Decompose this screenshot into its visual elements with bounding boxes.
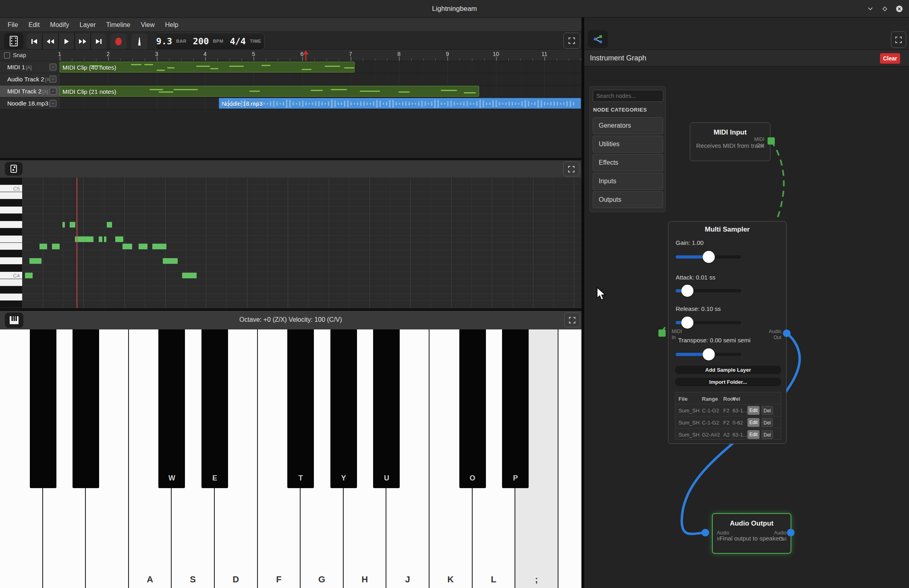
midi-note[interactable] (29, 258, 42, 264)
import-folder-button[interactable]: Import Folder... (675, 378, 781, 386)
category-effects[interactable]: Effects (593, 154, 663, 171)
output-audio-out-connector[interactable] (787, 529, 795, 536)
track-header-3[interactable]: MIDI Track 2[A]- (0, 85, 60, 97)
midi-note[interactable] (152, 244, 166, 249)
midi-out-connector[interactable] (768, 137, 775, 145)
track-lane[interactable]: MIDI Clip (21 notes) (60, 85, 581, 97)
clear-graph-button[interactable]: Clear (880, 53, 900, 64)
midi-clip[interactable]: MIDI Clip (21 notes) (60, 86, 479, 97)
mini-key-A#4[interactable] (0, 199, 22, 207)
track-mute-button[interactable]: - (50, 100, 56, 107)
snap-checkbox[interactable] (4, 52, 10, 58)
search-input[interactable] (593, 90, 663, 102)
midi-note[interactable] (115, 236, 123, 242)
menu-item-view[interactable]: View (135, 18, 160, 32)
midi-note[interactable] (122, 244, 132, 249)
sampler-midi-in-connector[interactable] (658, 329, 666, 337)
mini-key-F#4[interactable] (0, 228, 22, 236)
white-key-x13[interactable] (558, 329, 581, 588)
delete-sample-button[interactable]: Del (762, 418, 773, 427)
mini-key-C5[interactable]: C5 (0, 185, 22, 192)
mini-key-G#3[interactable] (0, 301, 22, 308)
play-button[interactable] (59, 33, 74, 50)
skip-end-button[interactable] (91, 33, 106, 50)
mini-key-D#4[interactable] (0, 250, 22, 257)
category-generators[interactable]: Generators (593, 117, 663, 134)
black-key-T[interactable]: T (287, 329, 314, 488)
track-mute-button[interactable]: - (50, 64, 56, 70)
fast-forward-button[interactable] (75, 33, 90, 50)
timeline-ruler[interactable]: Snap 1234567891011 (0, 49, 581, 61)
midi-note[interactable] (52, 244, 60, 249)
mini-key-C4[interactable]: C4 (0, 272, 22, 279)
rewind-button[interactable] (43, 33, 58, 50)
timeline-expand-button[interactable] (563, 33, 580, 49)
midi-clip[interactable]: MIDI Clip (40 notes) (60, 62, 355, 72)
playhead-marker[interactable] (303, 50, 309, 61)
graph-canvas[interactable]: NODE CATEGORIES GeneratorsUtilitiesEffec… (584, 66, 909, 588)
midi-note[interactable] (25, 273, 33, 278)
minimize-button[interactable] (865, 4, 875, 14)
record-button[interactable] (110, 33, 127, 50)
mini-key-A3[interactable] (0, 294, 22, 301)
mini-key-G#4[interactable] (0, 214, 22, 221)
track-header-1[interactable]: MIDI 1[A]- (0, 61, 60, 73)
edit-sample-button[interactable]: Edit (747, 430, 760, 439)
keyboard-expand-button[interactable] (564, 313, 580, 327)
black-key-U[interactable]: U (373, 329, 400, 488)
mini-key-F4[interactable] (0, 236, 22, 243)
category-inputs[interactable]: Inputs (593, 173, 663, 190)
piano-roll-grid[interactable]: C5C4 (0, 178, 581, 308)
mini-key-C#5[interactable] (0, 178, 22, 185)
midi-note[interactable] (70, 222, 75, 228)
track-mute-button[interactable]: - (50, 88, 56, 95)
midi-note[interactable] (163, 258, 178, 264)
black-key-W[interactable]: W (158, 329, 185, 488)
track-lane[interactable]: MIDI Clip (40 notes) (60, 61, 581, 73)
node-midi-input[interactable]: MIDI Input Receives MIDI from track MIDI… (690, 122, 770, 161)
edit-sample-button[interactable]: Edit (747, 406, 760, 415)
mini-key-A#3[interactable] (0, 286, 22, 294)
track-lane[interactable] (60, 73, 581, 85)
gain-slider[interactable] (676, 255, 741, 259)
track-header-4[interactable]: Noodle 18.mp3[A]- (0, 97, 60, 110)
menu-item-timeline[interactable]: Timeline (101, 18, 136, 32)
skip-start-button[interactable] (27, 33, 42, 50)
menu-item-layer[interactable]: Layer (74, 18, 101, 32)
delete-sample-button[interactable]: Del (762, 406, 773, 415)
close-button[interactable] (894, 4, 904, 14)
attack-slider-thumb[interactable] (681, 285, 693, 297)
black-key-x1[interactable] (73, 329, 99, 488)
midi-note[interactable] (182, 273, 197, 278)
graph-expand-button[interactable] (891, 31, 906, 48)
mini-key-G4[interactable] (0, 221, 22, 228)
attack-slider[interactable] (676, 289, 741, 292)
piano-roll-expand-button[interactable] (563, 161, 579, 176)
mini-key-C#4[interactable] (0, 265, 22, 272)
edit-sample-button[interactable]: Edit (747, 418, 760, 427)
piano-roll-panel-button[interactable] (5, 162, 23, 176)
black-key-E[interactable]: E (201, 329, 228, 488)
black-key-P[interactable]: P (502, 329, 529, 488)
menu-item-modify[interactable]: Modify (45, 18, 74, 32)
black-key-Y[interactable]: Y (330, 329, 357, 488)
transpose-slider-thumb[interactable] (703, 348, 715, 360)
midi-note[interactable] (75, 236, 93, 242)
metronome-button[interactable] (131, 33, 147, 50)
midi-note[interactable] (99, 236, 102, 242)
category-utilities[interactable]: Utilities (593, 136, 663, 153)
menu-item-help[interactable]: Help (160, 18, 184, 32)
transpose-slider[interactable] (676, 353, 741, 356)
delete-sample-button[interactable]: Del (762, 430, 773, 439)
category-outputs[interactable]: Outputs (593, 191, 663, 208)
mini-key-B4[interactable] (0, 192, 22, 199)
add-sample-layer-button[interactable]: Add Sample Layer (675, 366, 781, 374)
release-slider-thumb[interactable] (681, 317, 693, 329)
midi-note[interactable] (139, 244, 147, 249)
mini-key-B3[interactable] (0, 279, 22, 286)
black-key-x0[interactable] (30, 329, 56, 488)
menu-item-edit[interactable]: Edit (23, 18, 45, 32)
gain-slider-thumb[interactable] (703, 251, 715, 263)
graph-panel-button[interactable] (588, 30, 608, 48)
output-audio-in-connector[interactable] (701, 529, 709, 536)
